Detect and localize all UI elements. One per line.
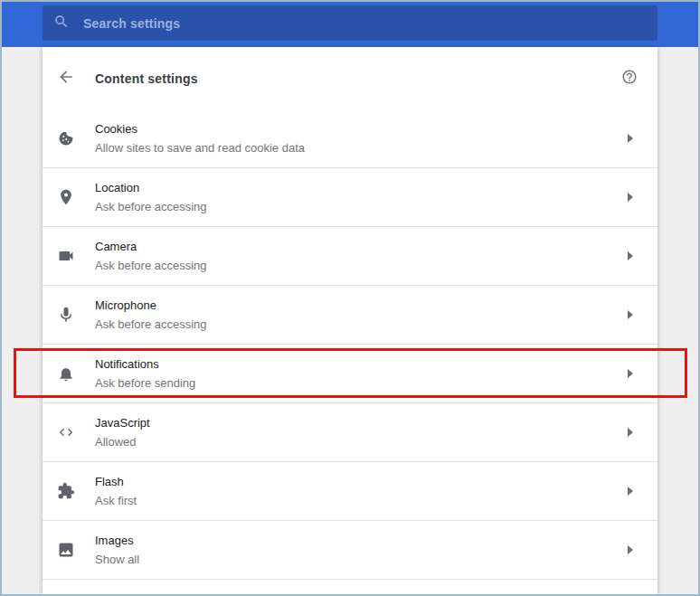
setting-subtitle: Show all [95, 553, 139, 566]
puzzle-piece-icon [57, 482, 75, 500]
chevron-right-icon [628, 545, 633, 554]
setting-row-microphone[interactable]: Microphone Ask before accessing [43, 286, 657, 345]
search-input[interactable] [81, 15, 657, 32]
arrow-back-icon [57, 68, 75, 89]
page-title: Content settings [95, 71, 198, 86]
chevron-right-icon [628, 134, 633, 143]
setting-title: Microphone [95, 298, 207, 312]
cookie-icon [57, 129, 75, 147]
image-icon [57, 541, 75, 559]
setting-row-cookies[interactable]: Cookies Allow sites to save and read coo… [43, 109, 657, 168]
help-icon [621, 69, 638, 88]
help-button[interactable] [621, 71, 638, 87]
setting-title: JavaScript [95, 416, 150, 430]
notifications-icon [57, 364, 75, 383]
card-header: Content settings [43, 47, 657, 109]
card-bottom-spacer [43, 580, 657, 593]
setting-subtitle: Ask before accessing [95, 317, 207, 331]
chevron-right-icon [628, 369, 633, 378]
search-icon [53, 14, 70, 33]
search-toolbar [2, 2, 698, 47]
settings-list: Cookies Allow sites to save and read coo… [43, 109, 657, 580]
setting-subtitle: Ask before accessing [95, 259, 207, 272]
setting-subtitle: Ask before accessing [95, 200, 207, 213]
chevron-right-icon [628, 251, 633, 260]
setting-row-flash[interactable]: Flash Ask first [43, 462, 657, 521]
setting-title: Cookies [95, 122, 305, 136]
chevron-right-icon [628, 193, 633, 202]
setting-subtitle: Ask before sending [95, 376, 195, 390]
setting-title: Notifications [95, 357, 195, 371]
location-icon [57, 188, 75, 206]
chevron-right-icon [628, 487, 633, 496]
microphone-icon [57, 306, 75, 324]
setting-title: Images [95, 534, 139, 547]
setting-subtitle: Ask first [95, 494, 137, 507]
setting-row-location[interactable]: Location Ask before accessing [43, 168, 657, 227]
chevron-right-icon [628, 310, 633, 319]
setting-row-javascript[interactable]: JavaScript Allowed [43, 403, 657, 462]
setting-subtitle: Allow sites to save and read cookie data [95, 141, 305, 155]
content-settings-card: Content settings [43, 47, 657, 594]
setting-row-notifications[interactable]: Notifications Ask before sending [43, 345, 657, 403]
chevron-right-icon [628, 428, 633, 437]
search-bar[interactable] [43, 5, 657, 41]
setting-row-camera[interactable]: Camera Ask before accessing [43, 227, 657, 286]
content-settings-page: Content settings [2, 2, 698, 594]
back-button[interactable] [57, 70, 75, 88]
setting-title: Flash [95, 475, 137, 488]
setting-subtitle: Allowed [95, 435, 150, 449]
setting-title: Camera [95, 240, 207, 253]
setting-row-images[interactable]: Images Show all [43, 521, 657, 580]
camera-icon [57, 247, 75, 265]
setting-title: Location [95, 181, 207, 194]
javascript-code-icon [57, 423, 75, 441]
